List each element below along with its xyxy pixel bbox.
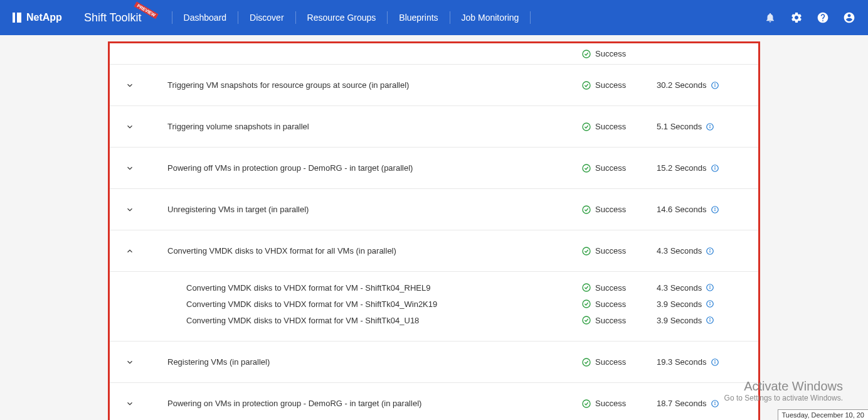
- task-row[interactable]: Triggering VM snapshots for resource gro…: [110, 65, 758, 106]
- task-row[interactable]: Registering VMs (in parallel)Success19.3…: [110, 342, 758, 383]
- expand-toggle[interactable]: [117, 164, 142, 173]
- app-header: NetApp Shift Toolkit PREVIEW Dashboard D…: [0, 0, 868, 35]
- expand-toggle[interactable]: [117, 122, 142, 131]
- duration-cell: 19.3 Seconds: [657, 357, 751, 367]
- success-icon: [581, 315, 591, 325]
- status-cell: Success: [581, 299, 657, 309]
- task-label: Triggering volume snapshots in parallel: [142, 122, 581, 131]
- status-cell: Success: [581, 315, 657, 325]
- success-icon: [581, 283, 591, 293]
- svg-point-13: [583, 206, 590, 213]
- date-tooltip: Tuesday, December 10, 20: [778, 409, 868, 420]
- main-nav: Dashboard Discover Resource Groups Bluep…: [172, 11, 531, 24]
- svg-point-37: [583, 400, 590, 407]
- job-steps-panel: Success Triggering VM snapshots for reso…: [108, 41, 760, 420]
- svg-point-16: [714, 208, 715, 208]
- status-cell: Success: [581, 163, 657, 173]
- expand-toggle[interactable]: [117, 247, 142, 256]
- user-icon[interactable]: [843, 11, 855, 24]
- info-icon[interactable]: [711, 399, 719, 408]
- success-icon: [581, 80, 591, 90]
- nav-resource-groups[interactable]: Resource Groups: [295, 11, 388, 24]
- info-icon[interactable]: [711, 205, 719, 214]
- sub-task-row: Converting VMDK disks to VHDX format for…: [110, 312, 758, 328]
- nav-discover[interactable]: Discover: [238, 11, 295, 24]
- status-cell: Success: [581, 80, 657, 90]
- expand-toggle[interactable]: [117, 358, 142, 367]
- status-cell: Success: [581, 283, 657, 293]
- duration-cell: 14.6 Seconds: [657, 205, 751, 214]
- company-name: NetApp: [26, 12, 62, 23]
- success-icon: [581, 49, 591, 59]
- svg-point-12: [714, 166, 715, 167]
- svg-point-8: [710, 125, 711, 126]
- gear-icon[interactable]: [790, 11, 803, 24]
- svg-point-17: [583, 247, 590, 255]
- duration-cell: 18.7 Seconds: [657, 399, 751, 408]
- info-icon[interactable]: [711, 81, 719, 90]
- help-icon[interactable]: [817, 11, 829, 24]
- expand-toggle[interactable]: [117, 205, 142, 214]
- task-row[interactable]: Unregistering VMs in target (in parallel…: [110, 189, 758, 230]
- task-row[interactable]: Powering on VMs in protection group - De…: [110, 383, 758, 420]
- svg-point-9: [583, 164, 590, 172]
- duration-cell: 3.9 Seconds: [657, 316, 751, 325]
- nav-job-monitoring[interactable]: Job Monitoring: [450, 11, 531, 24]
- task-label: Converting VMDK disks to VHDX format for…: [142, 246, 581, 256]
- task-label: Registering VMs (in parallel): [142, 357, 581, 367]
- content-area: Success Triggering VM snapshots for reso…: [0, 35, 868, 420]
- success-icon: [581, 299, 591, 309]
- success-icon: [581, 246, 591, 256]
- svg-point-5: [583, 123, 590, 131]
- sub-task-label: Converting VMDK disks to VHDX format for…: [117, 283, 581, 293]
- bell-icon[interactable]: [764, 11, 776, 24]
- duration-cell: 30.2 Seconds: [657, 80, 751, 90]
- svg-point-25: [583, 300, 590, 308]
- task-row[interactable]: Converting VMDK disks to VHDX format for…: [110, 230, 758, 272]
- expand-toggle[interactable]: [117, 81, 142, 90]
- svg-point-33: [583, 358, 590, 366]
- header-actions: [764, 11, 855, 24]
- success-icon: [581, 357, 591, 367]
- svg-point-32: [710, 318, 711, 319]
- info-icon[interactable]: [706, 247, 714, 256]
- task-row[interactable]: Triggering volume snapshots in parallelS…: [110, 106, 758, 148]
- svg-point-1: [583, 82, 590, 89]
- status-cell: Success: [581, 49, 657, 59]
- info-icon[interactable]: [706, 299, 714, 308]
- duration-cell: 15.2 Seconds: [657, 163, 751, 173]
- info-icon[interactable]: [711, 358, 719, 367]
- svg-point-21: [583, 284, 590, 291]
- svg-point-20: [710, 249, 711, 250]
- success-icon: [581, 205, 591, 215]
- sub-task-label: Converting VMDK disks to VHDX format for…: [117, 316, 581, 325]
- info-icon[interactable]: [706, 283, 714, 292]
- info-icon[interactable]: [711, 164, 719, 173]
- info-icon[interactable]: [706, 122, 714, 131]
- svg-point-29: [583, 316, 590, 324]
- task-row-partial: Success: [110, 43, 758, 65]
- success-icon: [581, 399, 591, 409]
- success-icon: [581, 163, 591, 173]
- sub-task-row: Converting VMDK disks to VHDX format for…: [110, 279, 758, 296]
- info-icon[interactable]: [706, 316, 714, 325]
- task-row[interactable]: Powering off VMs in protection group - D…: [110, 148, 758, 189]
- nav-dashboard[interactable]: Dashboard: [172, 11, 238, 24]
- duration-cell: 5.1 Seconds: [657, 122, 751, 131]
- svg-point-0: [583, 50, 590, 58]
- sub-task-row: Converting VMDK disks to VHDX format for…: [110, 296, 758, 312]
- task-label: Powering off VMs in protection group - D…: [142, 163, 581, 173]
- svg-point-24: [710, 286, 711, 286]
- status-cell: Success: [581, 357, 657, 367]
- status-cell: Success: [581, 399, 657, 409]
- expand-toggle[interactable]: [117, 399, 142, 408]
- svg-point-28: [710, 302, 711, 303]
- status-cell: Success: [581, 246, 657, 256]
- company-logo[interactable]: NetApp: [13, 12, 62, 23]
- task-label: Unregistering VMs in target (in parallel…: [142, 205, 581, 214]
- duration-cell: 4.3 Seconds: [657, 283, 751, 293]
- task-label: Triggering VM snapshots for resource gro…: [142, 80, 581, 90]
- duration-cell: 4.3 Seconds: [657, 246, 751, 256]
- svg-point-4: [714, 83, 715, 84]
- nav-blueprints[interactable]: Blueprints: [387, 11, 449, 24]
